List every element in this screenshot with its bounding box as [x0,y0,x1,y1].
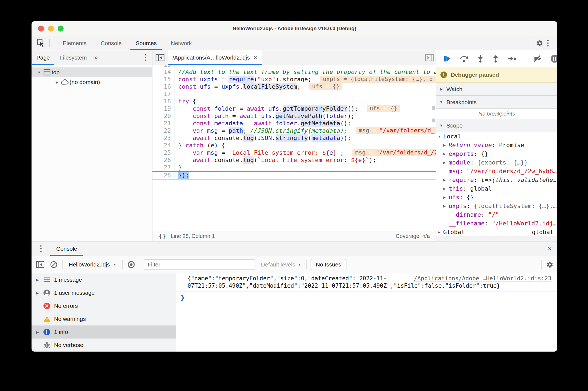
tab-elements[interactable]: Elements [56,36,94,50]
more-tabs-chevrons[interactable]: » [92,50,100,65]
line-number[interactable]: 14 [152,68,174,76]
chevron-right-icon[interactable]: ▶ [438,228,440,237]
scope-item-require[interactable]: ▶require: t=>(this._validateRe… [436,176,557,184]
step-icon[interactable] [507,55,517,63]
scope-item-return-value[interactable]: ▶Return value: Promise [436,141,557,150]
chevron-right-icon[interactable]: ▶ [443,150,446,158]
console-prompt[interactable]: ❯ [176,291,557,301]
chevron-right-icon[interactable]: ▶ [443,176,446,184]
code-line-20[interactable]: 20 const path = await ufs.getNativePath(… [152,112,436,120]
chevron-right-icon[interactable]: ▶ [36,278,43,282]
scope-section-header[interactable]: ▼ Scope [436,119,557,132]
chevron-down-icon[interactable]: ▼ [438,132,441,141]
line-number[interactable]: 15 [152,76,174,83]
line-number[interactable]: 21 [152,120,174,127]
line-number[interactable]: 20 [152,112,174,120]
source-file-tab[interactable]: /Applications/A…lloWorld2.idjs × [168,50,262,65]
line-number[interactable]: 18 [152,98,174,105]
chevron-right-icon[interactable]: ▶ [36,330,43,334]
code-line-15[interactable]: 15const uxpfs = require("uxp").storage;u… [152,76,436,83]
console-filter-input[interactable] [144,259,255,270]
scope-item-uxpfs[interactable]: ▶uxpfs: {localFileSystem: {…},… [436,202,557,210]
step-out-icon[interactable] [492,55,499,63]
create-live-expression-eye-icon[interactable] [126,260,136,269]
more-options-kebab-icon[interactable] [543,40,552,46]
line-number[interactable]: 27 [152,164,174,171]
chevron-right-icon[interactable]: ▶ [443,202,446,210]
line-number[interactable]: 25 [152,149,174,156]
line-number[interactable]: 28 [152,172,174,179]
code-line-28[interactable]: 28}); [152,171,436,179]
line-number[interactable]: 13 [152,65,174,68]
tab-console[interactable]: Console [50,241,83,256]
scope-item-ufs[interactable]: ▶ufs: {} [436,193,557,202]
code-line-17[interactable]: 17 [152,90,436,98]
step-over-icon[interactable] [459,55,469,63]
chevron-down-icon[interactable]: ▼ [36,70,42,75]
line-number[interactable]: 26 [152,156,174,164]
chevron-right-icon[interactable]: ▶ [443,193,446,202]
clear-console-icon[interactable] [49,261,59,268]
scope-item-__filename[interactable]: __filename: "/HelloWorld2.idj… [436,219,557,228]
log-source-link[interactable]: /Applications/Adobe …HelloWorld2.idjs:23 [414,275,551,282]
scope-item-exports[interactable]: ▶exports: {} [436,150,557,158]
code-line-19[interactable]: 19 const folder = await ufs.getTemporary… [152,105,436,112]
console-filter-1-user-message[interactable]: ▶1 user message [32,286,176,299]
line-number[interactable]: 23 [152,134,174,142]
scope-item-module[interactable]: ▶module: {exports: {…}} [436,158,557,167]
console-filter-no-errors[interactable]: No errors [32,299,176,312]
line-number[interactable]: 16 [152,83,174,90]
scope-item-msg[interactable]: msg: "/var/folders/d_/2w_6yh8… [436,167,557,176]
chevron-right-icon[interactable]: ▶ [36,291,43,295]
watch-section-header[interactable]: ▶ Watch [436,83,557,96]
deactivate-breakpoints-icon[interactable] [533,55,542,63]
console-filter-no-verbose[interactable]: No verbose [32,339,176,352]
code-line-26[interactable]: 26 await console.log(`Local File system … [152,156,436,164]
scope-item-this[interactable]: ▶this: global [436,184,557,193]
tab-console[interactable]: Console [94,36,129,50]
line-number[interactable]: 24 [152,142,174,149]
code-line-13[interactable]: 13 [152,65,436,68]
code-line-14[interactable]: 14//Add text to the text frame by settin… [152,68,436,76]
no-issues-button[interactable]: No Issues [311,259,346,270]
code-line-22[interactable]: 22 var msg = path; //JSON.stringify(meta… [152,127,436,134]
step-into-icon[interactable] [477,55,484,63]
console-filter-1-info[interactable]: ▶1 info [32,325,176,339]
code-line-24[interactable]: 24} catch (e) { [152,142,436,149]
hide-navigator-icon[interactable] [152,50,168,65]
close-tab-icon[interactable]: × [254,54,257,61]
chevron-right-icon[interactable]: ▶ [443,158,446,167]
code-editor[interactable]: 1314//Add text to the text frame by sett… [152,65,436,231]
chevron-right-icon[interactable]: ▶ [443,141,446,150]
line-number[interactable]: 22 [152,127,174,134]
tree-item--no-domain-[interactable]: ▶(no domain) [32,77,152,87]
code-line-27[interactable]: 27} [152,164,436,171]
console-filter-1-message[interactable]: ▶1 message [32,273,176,286]
console-settings-gear-icon[interactable] [545,260,553,269]
scope-item-__dirname[interactable]: __dirname: "/" [436,210,557,219]
scope-item-local[interactable]: ▼Local [436,132,557,141]
scope-item-global[interactable]: ▶Globalglobal [436,228,557,237]
call-stack-section-header[interactable]: ▼ Call Stack [436,237,557,241]
pause-on-exceptions-icon[interactable] [550,54,557,63]
javascript-context-selector[interactable]: HelloWorld2.idjs ▼ [67,261,118,268]
show-debugger-icon[interactable] [425,54,434,62]
code-line-21[interactable]: 21 const metadata = await folder.getMeta… [152,120,436,127]
line-number[interactable]: 17 [152,90,174,98]
resume-script-icon[interactable] [443,55,451,63]
close-drawer-icon[interactable]: × [548,241,552,256]
show-console-sidebar-icon[interactable] [35,261,45,268]
console-filter-no-warnings[interactable]: No warnings [32,312,176,325]
settings-gear-icon[interactable] [535,39,543,47]
drawer-kebab-icon[interactable] [36,245,45,252]
line-number[interactable]: 19 [152,105,174,112]
navigator-kebab-icon[interactable] [141,54,150,61]
code-line-25[interactable]: 25 var msg = `Local File system error: $… [152,149,436,156]
code-line-18[interactable]: 18try { [152,98,436,105]
chevron-right-icon[interactable]: ▶ [443,184,446,193]
breakpoints-section-header[interactable]: ▼ Breakpoints [436,96,557,109]
tab-filesystem[interactable]: Filesystem [55,50,92,65]
chevron-right-icon[interactable]: ▶ [54,80,60,84]
tab-network[interactable]: Network [164,36,199,50]
inspect-element-button[interactable] [35,36,47,50]
